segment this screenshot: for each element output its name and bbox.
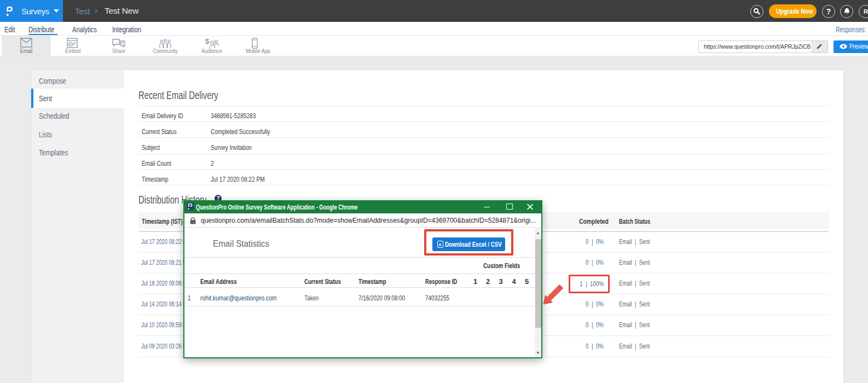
svg-text:$: $ xyxy=(205,38,210,45)
